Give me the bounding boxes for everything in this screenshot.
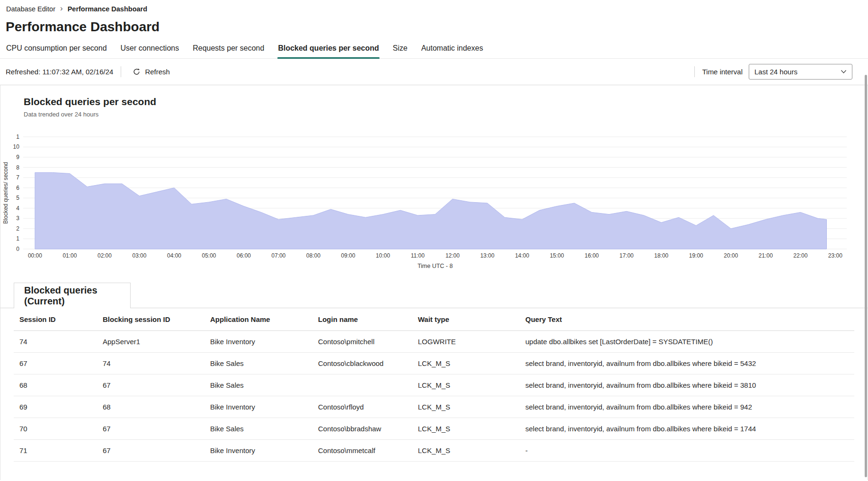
svg-text:08:00: 08:00 — [306, 252, 320, 259]
table-cell: select brand, inventoryid, availnum from… — [525, 396, 854, 418]
tab-user-connections[interactable]: User connections — [120, 43, 180, 58]
svg-text:11:00: 11:00 — [411, 252, 425, 259]
tab-automatic-indexes[interactable]: Automatic indexes — [421, 43, 484, 58]
table-cell: 67 — [14, 352, 103, 374]
table-row: 6968Bike InventoryContoso\rfloydLCK_M_Ss… — [14, 396, 854, 418]
tab-blocked-queries-per-second[interactable]: Blocked queries per second — [277, 43, 379, 58]
table-cell: 67 — [103, 439, 210, 461]
svg-text:03:00: 03:00 — [132, 252, 146, 259]
table-cell: Bike Sales — [210, 374, 318, 396]
svg-text:09:00: 09:00 — [341, 252, 355, 259]
table-cell: 68 — [14, 374, 103, 396]
table-header-row: Session IDBlocking session IDApplication… — [14, 308, 854, 330]
svg-text:2: 2 — [16, 225, 19, 232]
table-cell: AppServer1 — [103, 330, 210, 352]
table-cell: 70 — [14, 418, 103, 439]
svg-text:22:00: 22:00 — [793, 252, 807, 259]
column-header-wait-type: Wait type — [418, 308, 525, 330]
table-cell: LCK_M_S — [418, 418, 525, 439]
chart-subtitle: Data trended over 24 hours — [24, 111, 868, 118]
column-header-application-name: Application Name — [210, 308, 318, 330]
vertical-scrollbar[interactable] — [865, 75, 867, 477]
table-cell: Bike Inventory — [210, 396, 318, 418]
svg-text:23:00: 23:00 — [828, 252, 842, 259]
tab-size[interactable]: Size — [392, 43, 408, 58]
table-cell: 74 — [14, 330, 103, 352]
svg-text:18:00: 18:00 — [654, 252, 668, 259]
table-cell: 71 — [14, 439, 103, 461]
table-cell: LCK_M_S — [418, 396, 525, 418]
table-cell: 67 — [103, 374, 210, 396]
svg-text:10:00: 10:00 — [376, 252, 390, 259]
blocked-queries-current-tab[interactable]: Blocked queries (Current) — [14, 283, 131, 308]
svg-text:12:00: 12:00 — [445, 252, 460, 259]
svg-text:4: 4 — [16, 205, 19, 212]
table-cell: LOGWRITE — [418, 330, 525, 352]
column-header-login-name: Login name — [318, 308, 418, 330]
refresh-button[interactable]: Refresh — [129, 65, 174, 78]
chart-title: Blocked queries per second — [24, 96, 868, 107]
table-body: 74AppServer1Bike InventoryContoso\pmitch… — [14, 330, 854, 461]
table-cell: - — [525, 439, 854, 461]
blocked-queries-area-chart: 110987654321000:0001:0002:0003:0004:0005… — [0, 134, 868, 276]
time-interval-value: Last 24 hours — [754, 68, 797, 76]
table-cell: 67 — [103, 418, 210, 439]
table-tab-row: Blocked queries (Current) — [0, 283, 868, 308]
svg-text:13:00: 13:00 — [480, 252, 495, 259]
table-cell: Contoso\rfloyd — [318, 396, 418, 418]
svg-text:01:00: 01:00 — [62, 252, 77, 259]
table-row: 6774Bike SalesContoso\cblackwoodLCK_M_Ss… — [14, 352, 854, 374]
table-cell — [318, 374, 418, 396]
svg-text:10: 10 — [13, 143, 20, 150]
table-cell: update dbo.allbikes set [LastOrderDate] … — [525, 330, 854, 352]
tab-requests-per-second[interactable]: Requests per second — [192, 43, 265, 58]
content-panel: Blocked queries per second Data trended … — [0, 85, 868, 480]
table-row: 7167Bike InventoryContoso\mmetcalfLCK_M_… — [14, 439, 854, 461]
table-cell: select brand, inventoryid, availnum from… — [525, 352, 854, 374]
refreshed-timestamp: Refreshed: 11:07:32 AM, 02/16/24 — [6, 68, 113, 76]
toolbar-divider — [694, 66, 695, 77]
table-cell: Bike Inventory — [210, 330, 318, 352]
svg-text:7: 7 — [16, 174, 19, 181]
refresh-icon — [133, 68, 141, 76]
breadcrumb: Database Editor › Performance Dashboard — [0, 0, 868, 13]
svg-text:1: 1 — [16, 235, 19, 242]
table-cell: LCK_M_S — [418, 439, 525, 461]
table-cell: LCK_M_S — [418, 352, 525, 374]
table-cell: 74 — [103, 352, 210, 374]
column-header-session-id: Session ID — [14, 308, 103, 330]
svg-text:02:00: 02:00 — [97, 252, 112, 259]
page-title: Performance Dashboard — [6, 19, 868, 35]
svg-text:0: 0 — [16, 246, 19, 252]
breadcrumb-item-database-editor[interactable]: Database Editor — [6, 5, 55, 13]
column-header-query-text: Query Text — [525, 308, 854, 330]
table-cell: Bike Sales — [210, 418, 318, 439]
svg-text:5: 5 — [16, 195, 19, 201]
svg-text:9: 9 — [16, 154, 19, 160]
svg-text:6: 6 — [16, 185, 19, 191]
table-cell: Bike Inventory — [210, 439, 318, 461]
svg-text:21:00: 21:00 — [759, 252, 773, 259]
tab-cpu-consumption-per-second[interactable]: CPU consumption per second — [6, 43, 107, 58]
svg-text:04:00: 04:00 — [167, 252, 181, 259]
table-cell: 69 — [14, 396, 103, 418]
table-row: 6867Bike SalesLCK_M_Sselect brand, inven… — [14, 374, 854, 396]
svg-text:19:00: 19:00 — [689, 252, 703, 259]
svg-text:1: 1 — [16, 134, 19, 140]
svg-text:14:00: 14:00 — [515, 252, 529, 259]
svg-text:Blocked queries/ second: Blocked queries/ second — [2, 162, 9, 224]
refresh-button-label: Refresh — [145, 68, 170, 76]
time-interval-select[interactable]: Last 24 hours — [749, 64, 852, 80]
table-cell: Contoso\mmetcalf — [318, 439, 418, 461]
toolbar-divider — [121, 66, 121, 77]
table-cell: 68 — [103, 396, 210, 418]
svg-text:16:00: 16:00 — [585, 252, 599, 259]
table-cell: select brand, inventoryid, availnum from… — [525, 374, 854, 396]
svg-text:06:00: 06:00 — [237, 252, 251, 259]
svg-text:3: 3 — [16, 215, 19, 222]
table-cell: LCK_M_S — [418, 374, 525, 396]
svg-text:07:00: 07:00 — [272, 252, 286, 259]
svg-text:Time UTC - 8: Time UTC - 8 — [417, 263, 452, 269]
chevron-down-icon — [841, 70, 847, 74]
breadcrumb-item-performance-dashboard[interactable]: Performance Dashboard — [68, 5, 147, 13]
